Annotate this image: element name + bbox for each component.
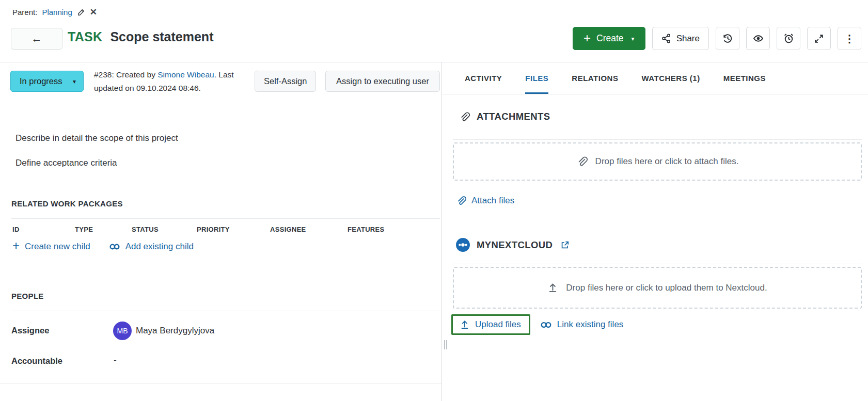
close-parent-icon[interactable]: ✕	[90, 7, 97, 18]
chevron-down-icon: ▾	[632, 35, 635, 42]
kebab-icon: ⋮	[844, 33, 855, 45]
tab-activity[interactable]: ACTIVITY	[465, 62, 502, 94]
assign-executing-user-button[interactable]: Assign to executing user	[325, 71, 440, 92]
tab-relations[interactable]: RELATIONS	[572, 62, 618, 94]
create-new-child-link[interactable]: + Create new child	[12, 241, 90, 252]
expand-icon	[814, 34, 824, 44]
avatar: MB	[113, 322, 132, 340]
panel-resize-handle[interactable]	[444, 340, 447, 349]
divider	[0, 383, 441, 383]
plus-icon: +	[12, 239, 20, 252]
link-chain-icon	[540, 320, 552, 329]
parent-link[interactable]: Planning	[42, 8, 72, 17]
parent-label: Parent:	[12, 8, 37, 17]
paperclip-icon	[459, 111, 470, 122]
back-arrow-icon: ←	[31, 33, 42, 45]
tab-meetings[interactable]: MEETINGS	[723, 62, 766, 94]
details-panel: In progress ▾ #238: Created by Simone Wi…	[0, 62, 442, 401]
author-link[interactable]: Simone Wibeau	[157, 70, 214, 79]
column-header-assignee: ASSIGNEE	[270, 226, 306, 233]
divider	[11, 311, 440, 311]
nextcloud-logo-icon	[456, 238, 470, 252]
assignee-value[interactable]: Maya Berdygylyjova	[136, 326, 214, 336]
column-header-type: TYPE	[75, 226, 93, 233]
add-existing-child-link[interactable]: Add existing child	[109, 242, 194, 252]
divider	[11, 218, 440, 219]
chevron-down-icon: ▾	[73, 78, 76, 85]
work-package-header: Parent: Planning ✕ ← TASK Scope statemen…	[0, 0, 868, 62]
page-title: TASK Scope statement	[68, 29, 213, 44]
link-chain-icon	[109, 243, 120, 251]
work-package-type[interactable]: TASK	[68, 29, 102, 44]
share-icon	[661, 34, 671, 43]
tabs-panel: ACTIVITY FILES RELATIONS WATCHERS (1) ME…	[442, 62, 868, 401]
status-label: In progress	[20, 76, 62, 86]
accountable-label: Accountable	[11, 356, 62, 366]
fullscreen-button[interactable]	[807, 27, 831, 50]
attachments-heading: ATTACHMENTS	[459, 111, 550, 122]
more-menu-button[interactable]: ⋮	[838, 27, 861, 50]
tab-bar: ACTIVITY FILES RELATIONS WATCHERS (1) ME…	[442, 62, 868, 94]
people-heading: PEOPLE	[11, 292, 44, 300]
edit-parent-icon[interactable]	[77, 8, 85, 17]
work-package-body: In progress ▾ #238: Created by Simone Wi…	[0, 62, 868, 401]
divider	[453, 139, 862, 140]
tab-files[interactable]: FILES	[525, 62, 548, 94]
description-line[interactable]: Define acceptance criteria	[15, 158, 117, 168]
watch-button[interactable]	[746, 27, 770, 50]
accountable-value[interactable]: -	[114, 355, 117, 365]
share-button[interactable]: Share	[652, 27, 709, 50]
attach-files-link[interactable]: Attach files	[456, 196, 514, 206]
external-link-icon[interactable]	[560, 240, 570, 250]
plus-icon: +	[583, 32, 591, 44]
creation-meta: #238: Created by Simone Wibeau. Last upd…	[94, 68, 245, 95]
upload-icon	[547, 282, 558, 293]
status-dropdown[interactable]: In progress ▾	[10, 71, 84, 92]
child-actions: + Create new child Add existing child	[12, 241, 194, 252]
related-work-packages-heading: RELATED WORK PACKAGES	[11, 199, 123, 208]
work-package-subject[interactable]: Scope statement	[110, 29, 213, 44]
dropzone-text: Drop files here or click to attach files…	[595, 156, 739, 167]
nextcloud-dropzone[interactable]: Drop files here or click to upload them …	[453, 267, 862, 309]
tab-watchers[interactable]: WATCHERS (1)	[641, 62, 700, 94]
baseline-history-button[interactable]	[716, 27, 739, 50]
reminder-button[interactable]	[777, 27, 800, 50]
back-button[interactable]: ←	[11, 28, 62, 50]
attachments-dropzone[interactable]: Drop files here or click to attach files…	[453, 142, 862, 181]
column-header-priority: PRIORITY	[197, 226, 230, 233]
eye-icon	[753, 33, 764, 44]
paperclip-icon	[576, 156, 588, 167]
upload-icon	[460, 319, 470, 330]
paperclip-icon	[456, 196, 466, 206]
history-icon	[722, 33, 733, 44]
create-button[interactable]: + Create ▾	[573, 27, 645, 50]
column-header-status: STATUS	[132, 226, 159, 233]
divider	[453, 264, 862, 264]
nextcloud-actions: Upload files Link existing files	[451, 314, 623, 335]
breadcrumb: Parent: Planning ✕	[12, 7, 97, 18]
dropzone-text: Drop files here or click to upload them …	[566, 283, 767, 293]
column-header-id: ID	[12, 226, 20, 233]
column-header-features: FEATURES	[348, 226, 385, 233]
assignee-label: Assignee	[11, 326, 49, 335]
header-actions: + Create ▾ Share	[573, 27, 861, 50]
upload-files-link[interactable]: Upload files	[451, 314, 530, 335]
alarm-clock-icon	[783, 33, 794, 44]
self-assign-button[interactable]: Self-Assign	[255, 71, 316, 92]
nextcloud-storage-heading: MYNEXTCLOUD	[456, 238, 570, 252]
link-existing-files-link[interactable]: Link existing files	[540, 319, 624, 330]
description-line[interactable]: Describe in detail the scope of this pro…	[15, 133, 178, 143]
